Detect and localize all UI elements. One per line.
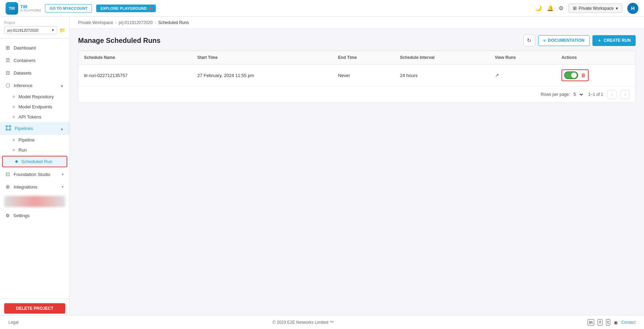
sidebar-item-pipeline[interactable]: Pipeline <box>0 135 69 145</box>
workspace-icon: ⊞ <box>573 6 577 11</box>
sidebar-item-model-endpoints[interactable]: Model Endpoints <box>0 102 69 112</box>
breadcrumb: Private Workspace › prj-011912072020 › S… <box>70 17 644 29</box>
workspace-button[interactable]: ⊞ Private Workspace ▾ <box>568 3 622 13</box>
table-body: tir-run-022712135757 27 February, 2024 1… <box>78 64 635 86</box>
top-header: TIR TIR AI PLATFORM GO TO MYACCOUNT EXPL… <box>0 0 644 17</box>
sidebar-item-label: Pipeline <box>18 137 34 143</box>
linkedin-icon[interactable]: in <box>588 319 594 326</box>
refresh-button[interactable]: ↻ <box>523 35 535 46</box>
sidebar-item-label: Scheduled Run <box>21 159 52 164</box>
layout: Project prj-011912072020 ▾ 📁 ⊞ Dashboard… <box>0 17 644 329</box>
col-actions: Actions <box>556 51 635 64</box>
page-footer: Legal © 2023 E2E Networks Limited ™ in f… <box>70 315 644 329</box>
rows-per-page-select[interactable]: 5 10 25 <box>572 92 584 97</box>
col-start-time: Start Time <box>192 51 332 64</box>
schedule-name-cell: tir-run-022712135757 <box>78 64 192 86</box>
enable-toggle[interactable] <box>564 71 578 79</box>
sub-dot-pipeline <box>13 139 15 141</box>
sidebar: Project prj-011912072020 ▾ 📁 ⊞ Dashboard… <box>0 17 70 329</box>
project-id: prj-011912072020 <box>7 28 38 32</box>
sidebar-item-foundation-studio[interactable]: ⊡ Foundation Studio ▾ <box>0 168 69 181</box>
sidebar-item-run[interactable]: Run <box>0 145 69 155</box>
dark-mode-icon[interactable]: 🌙 <box>535 5 542 12</box>
sidebar-item-scheduled-run[interactable]: Scheduled Run <box>2 156 67 167</box>
documentation-button[interactable]: ≡ DOCUMENTATION <box>538 35 590 46</box>
sub-dot-model-repository <box>13 95 15 98</box>
breadcrumb-project[interactable]: prj-011912072020 <box>118 20 152 25</box>
sidebar-item-containers[interactable]: ☰ Containers <box>0 54 69 67</box>
create-run-plus-icon: ＋ <box>597 38 601 44</box>
project-dropdown-chevron-icon: ▾ <box>52 28 54 32</box>
blurred-content <box>4 196 65 207</box>
sidebar-item-inference[interactable]: ⬡ Inference ▲ <box>0 79 69 92</box>
foundation-studio-icon: ⊡ <box>6 171 10 177</box>
sidebar-item-label: Run <box>18 147 27 153</box>
scheduled-runs-table: Schedule Name Start Time End Time Schedu… <box>78 51 635 86</box>
sidebar-item-label: Dashboard <box>14 45 36 51</box>
svg-point-1 <box>9 125 11 127</box>
project-dropdown[interactable]: prj-011912072020 ▾ <box>4 26 57 34</box>
sidebar-item-settings[interactable]: ⚙ Settings <box>0 210 69 221</box>
sidebar-item-label: Model Repository <box>18 94 54 99</box>
svg-point-3 <box>9 129 11 130</box>
folder-icon[interactable]: 📁 <box>59 28 65 33</box>
pagination-prev-button[interactable]: ‹ <box>607 90 616 99</box>
sidebar-item-pipelines[interactable]: Pipelines ▲ <box>0 122 69 135</box>
sidebar-item-label: Integrations <box>14 184 37 190</box>
logo-platform: TIR AI PLATFORM <box>20 4 41 12</box>
breadcrumb-current: Scheduled Runs <box>158 20 189 25</box>
twitter-icon[interactable]: t <box>606 319 610 326</box>
content-area: Manage Scheduled Runs ↻ ≡ DOCUMENTATION … <box>70 29 644 329</box>
table-header-row: Schedule Name Start Time End Time Schedu… <box>78 51 635 64</box>
notification-icon[interactable]: 🔔 <box>547 5 554 12</box>
foundation-studio-expand-icon: ▾ <box>62 172 64 177</box>
explore-playground-button[interactable]: EXPLORE PLAYGROUND <box>96 5 156 12</box>
sidebar-item-datasets[interactable]: ⊟ Datasets <box>0 67 69 79</box>
facebook-icon[interactable]: f <box>598 319 603 326</box>
explore-dot <box>149 7 152 10</box>
end-time-cell: Never <box>332 64 394 86</box>
sidebar-item-label: Containers <box>14 58 36 63</box>
project-selector: Project prj-011912072020 ▾ 📁 <box>0 17 69 39</box>
col-view-runs: View Runs <box>489 51 556 64</box>
pagination-next-button[interactable]: › <box>621 90 630 99</box>
breadcrumb-workspace[interactable]: Private Workspace <box>78 20 113 25</box>
rss-icon[interactable]: ◉ <box>614 320 618 325</box>
sidebar-item-model-repository[interactable]: Model Repository <box>0 92 69 102</box>
col-end-time: End Time <box>332 51 394 64</box>
table-footer: Rows per page: 5 10 25 1–1 of 1 ‹ › <box>78 86 635 102</box>
sidebar-item-label: Settings <box>13 213 30 218</box>
containers-icon: ☰ <box>6 57 10 63</box>
datasets-icon: ⊟ <box>6 70 10 76</box>
main-content: Private Workspace › prj-011912072020 › S… <box>70 17 644 329</box>
sidebar-item-label: Datasets <box>14 70 31 76</box>
sidebar-item-dashboard[interactable]: ⊞ Dashboard <box>0 41 69 54</box>
view-runs-link-icon[interactable]: ↗ <box>495 72 499 78</box>
table-row: tir-run-022712135757 27 February, 2024 1… <box>78 64 635 86</box>
sub-dot-model-endpoints <box>13 106 15 108</box>
workspace-chevron-icon: ▾ <box>616 6 618 11</box>
avatar[interactable]: H <box>627 3 638 14</box>
schedule-interval-cell: 24 hours <box>394 64 489 86</box>
svg-point-0 <box>6 125 7 127</box>
inference-icon: ⬡ <box>6 82 10 89</box>
settings-icon[interactable]: ⚙ <box>559 5 564 12</box>
delete-project-button[interactable]: DELETE PROJECT <box>4 303 65 314</box>
start-time-cell: 27 February, 2024 11:55 pm <box>192 64 332 86</box>
view-runs-cell: ↗ <box>489 64 556 86</box>
header-left: TIR TIR AI PLATFORM GO TO MYACCOUNT EXPL… <box>6 2 156 15</box>
go-myaccount-button[interactable]: GO TO MYACCOUNT <box>45 4 92 13</box>
pipelines-icon <box>6 125 11 132</box>
sub-dot-api-tokens <box>13 116 15 118</box>
contact-link[interactable]: Contact <box>621 320 636 325</box>
create-run-button[interactable]: ＋ CREATE RUN <box>592 35 636 46</box>
project-label: Project <box>4 21 65 25</box>
delete-row-icon[interactable]: 🗑 <box>581 72 586 78</box>
sidebar-item-integrations[interactable]: ⊕ Integrations ▾ <box>0 181 69 193</box>
sidebar-item-label: Foundation Studio <box>14 172 51 177</box>
page-title: Manage Scheduled Runs <box>78 37 161 45</box>
actions-cell: 🗑 <box>556 64 635 86</box>
table-header: Schedule Name Start Time End Time Schedu… <box>78 51 635 64</box>
logo-icon: TIR <box>6 2 18 15</box>
sidebar-item-api-tokens[interactable]: API Tokens <box>0 112 69 122</box>
